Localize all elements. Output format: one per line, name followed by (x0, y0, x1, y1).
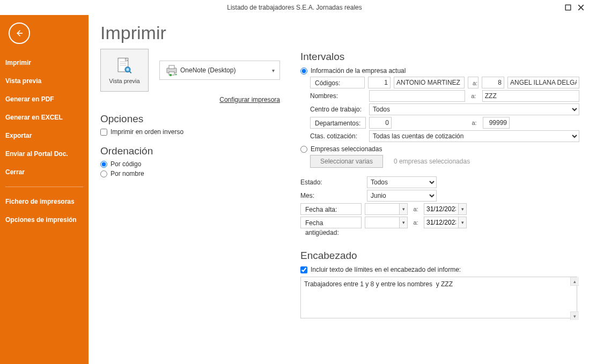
empresas-seleccionadas-label: Empresas seleccionadas (311, 145, 382, 153)
scroll-down-icon[interactable]: ▾ (570, 311, 579, 320)
orden-inverso-checkbox[interactable] (100, 129, 107, 136)
a-label-2: a: (468, 93, 479, 99)
empresa-actual-label: Información de la empresa actual (311, 67, 406, 75)
a-label-3: a: (469, 120, 480, 126)
centro-select[interactable]: Todos (369, 103, 579, 115)
codigo-from-input[interactable] (368, 77, 391, 88)
svg-rect-0 (565, 5, 571, 10)
ctas-label: Ctas. cotización: (310, 132, 366, 140)
a-label-1: a: (468, 77, 478, 88)
codigos-label: Códigos: (310, 77, 365, 88)
por-nombre-label: Por nombre (111, 170, 144, 177)
sidebar: Imprimir Vista previa Generar en PDF Gen… (0, 15, 89, 364)
fecha-alta-label: Fecha alta: (300, 203, 362, 215)
estado-label: Estado: (300, 179, 364, 186)
window-title: Listado de trabajadores S.E.A. Jornadas … (227, 4, 362, 11)
centro-label: Centro de trabajo: (310, 106, 366, 113)
empresa-actual-radio[interactable] (300, 68, 307, 75)
fecha-antig-label: Fecha antigüedad: (300, 217, 362, 228)
nav-cerrar[interactable]: Cerrar (0, 163, 89, 181)
fecha-alta-from-input[interactable] (365, 203, 399, 215)
chevron-down-icon[interactable]: ▾ (458, 217, 467, 228)
empresas-count-label: 0 empresas seleccionadas (394, 158, 470, 165)
nav-generar-excel[interactable]: Generar en EXCEL (0, 108, 89, 127)
printer-selector[interactable]: OneNote (Desktop) ▾ (159, 61, 280, 80)
encabezado-textarea[interactable] (300, 277, 577, 318)
scroll-up-icon[interactable]: ▴ (570, 277, 579, 286)
nombres-from-input[interactable] (369, 90, 465, 102)
nav-enviar-portal[interactable]: Enviar al Portal Doc. (0, 145, 89, 163)
chevron-down-icon[interactable]: ▾ (399, 217, 408, 228)
orden-inverso-label: Imprimir en orden inverso (111, 128, 183, 136)
printer-icon (163, 64, 180, 76)
chevron-down-icon: ▾ (270, 68, 276, 73)
nav-exportar[interactable]: Exportar (0, 127, 89, 145)
ctas-select[interactable]: Todas las cuentas de cotización (369, 130, 579, 142)
svg-rect-12 (169, 65, 174, 69)
back-button[interactable] (9, 23, 30, 44)
codigo-from-name[interactable] (394, 77, 465, 88)
incluir-texto-label: Incluir texto de límites en el encabezad… (311, 266, 461, 273)
nav-separator (5, 187, 83, 187)
codigo-to-input[interactable] (482, 77, 504, 88)
nombres-to-input[interactable] (482, 90, 579, 102)
seleccionar-varias-button: Seleccionar varias (310, 155, 383, 168)
nav-opciones-impresion[interactable]: Opciones de impresión (0, 211, 89, 229)
nav-fichero-impresoras[interactable]: Fichero de impresoras (0, 192, 89, 211)
departamentos-label: Departamentos: (310, 117, 366, 129)
fecha-antig-to-input[interactable] (424, 217, 458, 228)
svg-line-10 (129, 71, 131, 73)
mes-select[interactable]: Junio (367, 190, 437, 202)
chevron-down-icon[interactable]: ▾ (458, 203, 467, 215)
nav-vista-previa[interactable]: Vista previa (0, 72, 89, 90)
vista-previa-button[interactable]: Vista previa (100, 49, 149, 92)
empresas-seleccionadas-radio[interactable] (300, 146, 307, 153)
dept-to-input[interactable] (483, 117, 510, 129)
intervalos-heading: Intervalos (300, 51, 579, 63)
por-codigo-label: Por código (111, 160, 141, 168)
document-preview-icon (115, 56, 134, 76)
a-label-5: a: (411, 219, 421, 226)
chevron-down-icon[interactable]: ▾ (399, 203, 408, 215)
mes-label: Mes: (300, 192, 364, 199)
fecha-alta-to-input[interactable] (424, 203, 458, 215)
por-nombre-radio[interactable] (100, 170, 107, 177)
por-codigo-radio[interactable] (100, 161, 107, 168)
incluir-texto-checkbox[interactable] (300, 266, 307, 273)
estado-select[interactable]: Todos (367, 176, 437, 188)
dept-from-input[interactable] (369, 117, 392, 129)
printer-name: OneNote (Desktop) (180, 66, 270, 74)
nav-generar-pdf[interactable]: Generar en PDF (0, 90, 89, 108)
close-button[interactable] (576, 3, 586, 12)
encabezado-heading: Encabezado (300, 250, 579, 262)
svg-point-9 (126, 68, 129, 71)
nombres-label: Nombres: (310, 92, 366, 100)
vista-previa-label: Vista previa (109, 78, 139, 84)
nav-imprimir[interactable]: Imprimir (0, 54, 89, 72)
svg-point-14 (170, 74, 172, 76)
fecha-antig-from-input[interactable] (365, 217, 399, 228)
configurar-impresora-link[interactable]: Configurar impresora (159, 96, 280, 103)
maximize-button[interactable] (563, 3, 573, 12)
page-title: Imprimir (100, 23, 577, 43)
codigo-to-name[interactable] (507, 77, 579, 88)
a-label-4: a: (411, 206, 421, 212)
